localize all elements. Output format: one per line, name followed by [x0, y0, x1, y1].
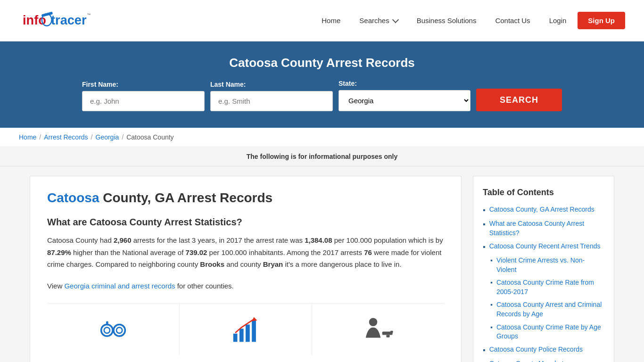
toc-link[interactable]: What are Catoosa County Arrest Statistic…: [489, 219, 604, 238]
toc-link[interactable]: Catoosa County, GA Arrest Records: [489, 205, 594, 214]
toc-item: ▪Catoosa County Recent Arrest Trends: [483, 242, 604, 252]
svg-rect-13: [246, 325, 250, 342]
svg-point-6: [104, 328, 110, 333]
toc-bullet: ▪: [483, 345, 486, 355]
search-button[interactable]: SEARCH: [476, 89, 562, 111]
sign-up-button[interactable]: Sign Up: [578, 12, 625, 29]
nav-home[interactable]: Home: [314, 13, 348, 28]
breadcrumb-sep-2: /: [91, 133, 93, 141]
toc-bullet: ▪: [483, 219, 486, 230]
svg-point-16: [369, 318, 378, 327]
toc-sub-item: ▪Catoosa County Arrest and Criminal Reco…: [490, 300, 604, 319]
svg-rect-12: [239, 329, 244, 342]
content-paragraph-1: Catoosa County had 2,960 arrests for the…: [47, 234, 444, 271]
breadcrumb: Home / Arrest Records / Georgia / Catoos…: [19, 133, 625, 141]
hero-title: Catoosa County Arrest Records: [19, 56, 625, 70]
content-title: Catoosa County, GA Arrest Records: [47, 190, 444, 206]
content-area: Catoosa County, GA Arrest Records What a…: [30, 176, 462, 362]
toc-sub-bullet: ▪: [490, 300, 493, 310]
toc-item: ▪Catoosa County Mugshots: [483, 359, 604, 362]
handcuffs-icon: [97, 313, 130, 346]
last-name-group: Last Name:: [210, 81, 333, 111]
toc-bullet: ▪: [483, 205, 486, 215]
toc-sub-item: ▪Catoosa County Crime Rate from 2005-201…: [490, 278, 604, 296]
breadcrumb-bar: Home / Arrest Records / Georgia / Catoos…: [0, 128, 644, 147]
first-name-label: First Name:: [82, 81, 118, 88]
nav-contact-us[interactable]: Contact Us: [487, 13, 537, 28]
main-nav: Home Searches Business Solutions Contact…: [314, 12, 625, 29]
toc-bullet: ▪: [483, 242, 486, 252]
trend-chart-icon: [229, 313, 262, 346]
toc-bullet: ▪: [483, 359, 486, 362]
breadcrumb-catoosa-county: Catoosa County: [126, 133, 173, 141]
sidebar-toc: Table of Contents ▪Catoosa County, GA Ar…: [473, 176, 614, 362]
toc-item: ▪What are Catoosa County Arrest Statisti…: [483, 219, 604, 238]
svg-rect-10: [106, 321, 108, 326]
breadcrumb-georgia[interactable]: Georgia: [96, 133, 119, 141]
view-records-line: View Georgia criminal and arrest records…: [47, 280, 444, 292]
header: info tracer ™ Home Searches Business Sol…: [0, 0, 644, 41]
chevron-down-icon: [392, 16, 399, 23]
georgia-records-link[interactable]: Georgia criminal and arrest records: [64, 282, 175, 290]
icon-cell-handcuffs: [47, 304, 180, 355]
breadcrumb-sep-3: /: [122, 133, 124, 141]
main-content: Catoosa County, GA Arrest Records What a…: [20, 166, 624, 362]
toc-link[interactable]: Catoosa County Police Records: [489, 345, 583, 354]
breadcrumb-sep-1: /: [39, 133, 41, 141]
nav-business-solutions[interactable]: Business Solutions: [409, 13, 484, 28]
toc-sub-link[interactable]: Catoosa County Crime Rate by Age Groups: [496, 323, 604, 341]
state-label: State:: [339, 80, 357, 87]
section1-title: What are Catoosa County Arrest Statistic…: [47, 217, 444, 228]
logo[interactable]: info tracer ™: [19, 7, 94, 35]
toc-sub-link[interactable]: Violent Crime Arrests vs. Non-Violent: [496, 256, 604, 274]
person-gun-icon: [362, 313, 395, 346]
icon-cell-person-gun: [312, 304, 444, 355]
state-select[interactable]: Georgia Alabama California Florida Tenne…: [339, 90, 471, 111]
last-name-label: Last Name:: [210, 81, 246, 88]
toc-link[interactable]: Catoosa County Recent Arrest Trends: [489, 242, 601, 251]
breadcrumb-arrest-records[interactable]: Arrest Records: [44, 133, 88, 141]
stat-national: 739.02: [186, 248, 207, 256]
first-name-input[interactable]: [82, 91, 205, 111]
svg-text:tracer: tracer: [51, 12, 87, 27]
toc-sub-bullet: ▪: [490, 278, 493, 288]
hero-banner: Catoosa County Arrest Records First Name…: [0, 41, 644, 128]
icon-cell-chart: [180, 304, 312, 355]
svg-rect-14: [252, 321, 256, 342]
content-title-highlight: Catoosa: [47, 190, 99, 205]
first-name-group: First Name:: [82, 81, 205, 111]
toc-sub-link[interactable]: Catoosa County Crime Rate from 2005-2017: [496, 278, 604, 296]
toc-item: ▪Catoosa County, GA Arrest Records: [483, 205, 604, 215]
nav-login[interactable]: Login: [542, 13, 574, 28]
state-group: State: Georgia Alabama California Florid…: [339, 80, 471, 111]
toc-title: Table of Contents: [483, 188, 604, 197]
icons-row: [47, 303, 444, 355]
county2: Bryan: [263, 260, 283, 268]
toc-sub-bullet: ▪: [490, 323, 493, 332]
toc-sub-link[interactable]: Catoosa County Arrest and Criminal Recor…: [496, 300, 604, 319]
svg-point-5: [101, 325, 113, 337]
toc-sub-bullet: ▪: [490, 256, 493, 265]
toc-link[interactable]: Catoosa County Mugshots: [489, 359, 567, 362]
content-title-rest: County, GA Arrest Records: [99, 190, 272, 205]
svg-rect-18: [387, 335, 390, 337]
toc-sub-item: ▪Violent Crime Arrests vs. Non-Violent: [490, 256, 604, 274]
info-bar: The following is for informational purpo…: [0, 147, 644, 166]
toc-sub-item: ▪Catoosa County Crime Rate by Age Groups: [490, 323, 604, 341]
stat-percent: 87.29%: [47, 248, 71, 256]
svg-point-8: [116, 328, 122, 333]
stat-arrests: 2,960: [114, 236, 132, 244]
svg-marker-15: [252, 317, 257, 321]
svg-point-7: [114, 325, 125, 337]
county1: Brooks: [200, 260, 224, 268]
toc-list: ▪Catoosa County, GA Arrest Records▪What …: [483, 205, 604, 362]
svg-rect-19: [390, 331, 393, 333]
svg-rect-11: [233, 334, 238, 342]
stat-violent: 76: [364, 248, 372, 256]
breadcrumb-home[interactable]: Home: [19, 133, 36, 141]
stat-rate: 1,384.08: [305, 236, 332, 244]
nav-searches[interactable]: Searches: [352, 13, 405, 28]
toc-item: ▪Catoosa County Police Records: [483, 345, 604, 355]
search-form: First Name: Last Name: State: Georgia Al…: [63, 80, 581, 111]
last-name-input[interactable]: [210, 91, 333, 111]
